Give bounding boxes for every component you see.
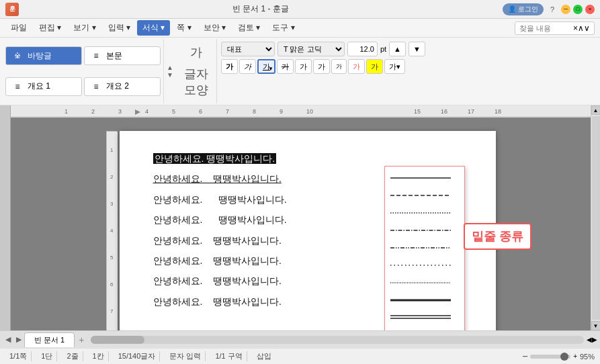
svg-text:3: 3 <box>110 201 114 207</box>
text-4: 안녕하세요. 땡땡박사입니다. <box>153 214 287 225</box>
ul-bold-svg <box>390 298 451 303</box>
menu-format[interactable]: 서식 ▾ <box>137 20 170 36</box>
scroll-up-btn[interactable]: ▲ <box>591 105 601 115</box>
vertical-scrollbar[interactable]: ▲ ▼ <box>591 105 600 330</box>
ul-option-dash-dot-dot[interactable] <box>385 239 464 257</box>
search-expand-icon: ∧ <box>578 24 584 33</box>
hscroll-right[interactable]: ▶ <box>592 336 597 343</box>
tab-prev-btn[interactable]: ◀ <box>3 334 13 345</box>
zoom-out-btn[interactable]: ─ <box>523 353 527 360</box>
style-body[interactable]: ≡ 본문 <box>84 46 161 65</box>
style-scroll-up[interactable]: ▲ <box>167 64 173 71</box>
ul-option-double[interactable] <box>385 309 464 326</box>
svg-text:6: 6 <box>110 281 114 287</box>
tab-doc1[interactable]: 빈 문서 1 <box>24 332 75 347</box>
strikethrough-button[interactable]: 가 <box>277 59 294 74</box>
hscroll-thumb[interactable] <box>91 336 144 344</box>
char-format-btn2[interactable]: 글자모양 <box>181 64 211 99</box>
style-icon-4: ≡ <box>90 81 102 93</box>
italic-button[interactable]: 가 <box>239 59 256 74</box>
ul-option-triple[interactable] <box>385 326 464 330</box>
style-balanggul[interactable]: ※ 바탕글 <box>5 46 82 65</box>
ul-double-svg <box>390 314 451 321</box>
style-icon-3: ≡ <box>11 81 24 93</box>
bold-button[interactable]: 가 <box>221 59 238 74</box>
style-label-1: 바탕글 <box>28 50 52 62</box>
ruler-svg: 1 2 3 4 5 6 7 8 9 10 15 16 17 18 <box>11 105 591 118</box>
ul-option-dash-dot[interactable] <box>385 222 464 239</box>
font-size-down[interactable]: ▼ <box>409 42 425 56</box>
shadow-button[interactable]: 가 <box>295 59 312 74</box>
tab-add-btn[interactable]: + <box>75 333 88 347</box>
app-window: 훈 빈 문서 1 - 훈글 👤 로그인 ? ─ □ × 파일 편집 ▾ 보기 ▾… <box>0 0 600 364</box>
status-bar: 1/1쪽 1단 2줄 1칸 15/140글자 문자 입력 1/1 구역 삽입 ─… <box>0 348 600 364</box>
ul-dotted2-svg <box>390 280 451 285</box>
ul-option-dotted-dense[interactable] <box>385 204 464 222</box>
status-mode: 문자 입력 <box>165 351 206 361</box>
text-3: 안녕하세요. 땡땡박사입니다. <box>153 194 287 205</box>
underline-text-2: 안녕하세요. 땡땡박사입니다. <box>153 173 282 184</box>
svg-text:16: 16 <box>441 108 447 115</box>
ul-dash-dot-dot-svg <box>390 245 451 251</box>
ul-option-bold[interactable] <box>385 291 464 309</box>
tab-next-btn[interactable]: ▶ <box>13 334 24 345</box>
more-format-button[interactable]: 가▾ <box>384 59 405 74</box>
menu-tools[interactable]: 도구 ▾ <box>267 20 300 36</box>
svg-text:4: 4 <box>145 108 148 115</box>
text-8: 안녕하세요. 땡땡박사입니다. <box>153 296 282 307</box>
svg-text:7: 7 <box>110 308 114 314</box>
status-insert: 삽입 <box>253 351 275 361</box>
ul-option-solid[interactable] <box>385 169 464 187</box>
minimize-button[interactable]: ─ <box>561 5 570 14</box>
zoom-level: 95% <box>580 353 595 361</box>
menu-view[interactable]: 보기 ▾ <box>68 20 101 36</box>
ul-option-dotted-sparse[interactable] <box>385 257 464 274</box>
scroll-thumb[interactable] <box>592 116 600 320</box>
menu-review[interactable]: 검토 ▾ <box>232 20 265 36</box>
ul-option-dashed[interactable] <box>385 187 464 204</box>
style-label-4: 개요 2 <box>106 81 129 92</box>
hscroll-left[interactable]: ◀ <box>587 336 592 343</box>
vruler-svg: 1 2 3 4 5 6 7 <box>107 132 118 330</box>
underline-button[interactable]: 가 ▼ <box>257 59 275 74</box>
font-size-up[interactable]: ▲ <box>389 42 406 56</box>
toolbar: ※ 바탕글 ≡ 본문 ≡ 개요 1 ≡ 개요 2 ▲ ▼ 가 글자모양 <box>0 38 600 105</box>
font-size-input[interactable] <box>347 42 378 56</box>
highlight-button[interactable]: 가 <box>366 59 383 74</box>
ul-option-dotted2[interactable] <box>385 274 464 291</box>
window-title: 빈 문서 1 - 훈글 <box>19 3 503 15</box>
close-button[interactable]: × <box>585 5 595 14</box>
zoom-in-btn[interactable]: + <box>573 353 577 360</box>
font-name-select[interactable]: T 맑은 고딕 <box>277 42 345 56</box>
search-input[interactable] <box>519 24 573 32</box>
style-outline2[interactable]: ≡ 개요 2 <box>84 77 161 96</box>
underline-dropdown: 🎨 밑줄 색(U) ▶ <box>384 166 465 330</box>
style-scroll-down[interactable]: ▼ <box>167 71 173 79</box>
status-section: 1/1 구역 <box>211 351 247 361</box>
login-button[interactable]: 👤 로그인 <box>503 3 544 15</box>
text-6: 안녕하세요. 땡땡박사입니다. <box>153 255 282 266</box>
svg-text:2: 2 <box>110 174 114 180</box>
font-preset-select[interactable]: 대표 <box>221 42 275 56</box>
menu-file[interactable]: 파일 <box>5 20 32 36</box>
scroll-down-btn[interactable]: ▼ <box>591 321 601 330</box>
horizontal-scrollbar[interactable] <box>91 336 584 344</box>
subscript-button[interactable]: 가 <box>331 59 347 74</box>
color-button[interactable]: 가 <box>348 59 365 74</box>
help-button[interactable]: ? <box>548 4 557 15</box>
char-format-btn1[interactable]: 가 <box>187 43 205 62</box>
search-box[interactable]: × ∧ ∨ <box>515 21 595 35</box>
style-outline1[interactable]: ≡ 개요 1 <box>5 77 82 96</box>
outline-button[interactable]: 가 <box>313 59 330 74</box>
maximize-button[interactable]: □ <box>573 5 583 14</box>
underline-dropdown-arrow[interactable]: ▼ <box>268 66 273 72</box>
menu-page[interactable]: 쪽 ▾ <box>171 20 196 36</box>
svg-text:9: 9 <box>280 108 283 115</box>
menu-security[interactable]: 보안 ▾ <box>198 20 231 36</box>
menu-edit[interactable]: 편집 ▾ <box>34 20 67 36</box>
ul-dotted-dense-svg <box>390 210 451 216</box>
zoom-slider[interactable] <box>530 355 570 359</box>
title-bar: 훈 빈 문서 1 - 훈글 👤 로그인 ? ─ □ × <box>0 0 600 19</box>
menu-insert[interactable]: 입력 ▾ <box>103 20 136 36</box>
style-icon-1: ※ <box>11 50 24 62</box>
